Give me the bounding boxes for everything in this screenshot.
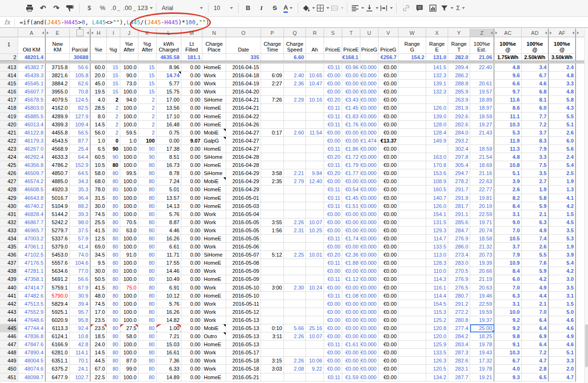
cell-AC420[interactable]: 10.3: [494, 121, 522, 129]
column-header-AC[interactable]: AC: [494, 29, 522, 37]
cell-Q448[interactable]: [284, 349, 306, 357]
cell-H419[interactable]: 8.0: [91, 113, 107, 121]
cell-X444[interactable]: 125.2: [426, 316, 448, 324]
cell-Y422[interactable]: 293.2: [448, 137, 470, 145]
row-header-423[interactable]: 423: [0, 145, 18, 153]
cell-P451[interactable]: [261, 373, 284, 382]
cell-A448[interactable]: 47890.4: [18, 349, 46, 357]
cell-A432[interactable]: 46867.7: [18, 218, 46, 227]
cell-S413[interactable]: €0.11: [324, 63, 342, 72]
cell-P442[interactable]: [261, 300, 284, 308]
cell-AD420[interactable]: 7.2: [522, 121, 549, 129]
hidden-columns-right-icon[interactable]: [47, 31, 49, 34]
cell-V418[interactable]: €0.00: [378, 104, 399, 112]
row-header-438[interactable]: 438: [0, 267, 18, 275]
cell-Z413[interactable]: 22.40: [470, 63, 494, 72]
cell-J435[interactable]: 100.0: [120, 243, 138, 251]
cell-V446[interactable]: €0.00: [378, 332, 399, 341]
cell-M418[interactable]: 0.00: [181, 104, 202, 112]
cell-V435[interactable]: €0.00: [378, 243, 399, 251]
cell-Q433[interactable]: 2.31: [284, 227, 306, 235]
cell-O439[interactable]: 2016-05-09: [226, 275, 261, 283]
cell-AF440[interactable]: 3.5: [549, 284, 576, 292]
cell-AC421[interactable]: 5.3: [494, 129, 522, 137]
row-header-416[interactable]: 416: [0, 88, 18, 96]
cell-P439[interactable]: [261, 275, 284, 283]
cell-X429[interactable]: 140.7: [426, 194, 448, 202]
row-header-442[interactable]: 442: [0, 300, 18, 308]
cell-U428[interactable]: €0.000: [360, 186, 378, 194]
cell-V438[interactable]: €0.00: [378, 267, 399, 275]
cell-Z451[interactable]: 19.21: [470, 373, 494, 382]
cell-G423[interactable]: 25.4: [70, 145, 91, 153]
cell-Z444[interactable]: 19.37: [470, 316, 494, 324]
cell-H428[interactable]: 78.0: [91, 186, 107, 194]
cell-AD449[interactable]: 4.7: [522, 357, 549, 365]
cell-V434[interactable]: €0.00: [378, 235, 399, 243]
cell-M438[interactable]: 0.00: [181, 267, 202, 275]
cell-X448[interactable]: 133.5: [426, 349, 448, 357]
cell-A415[interactable]: 45545.1: [18, 80, 46, 88]
row-header-415[interactable]: 415: [0, 80, 18, 88]
row-header-436[interactable]: 436: [0, 251, 18, 259]
cell-AF431[interactable]: 1.5: [549, 210, 576, 218]
row-header-449[interactable]: 449: [0, 357, 18, 365]
select-all-corner[interactable]: [0, 29, 18, 37]
cell-W448[interactable]: [399, 349, 426, 357]
total-cell-I[interactable]: [107, 54, 120, 61]
cell-V444[interactable]: €0.00: [378, 316, 399, 324]
cell-Q428[interactable]: [284, 186, 306, 194]
cell-P426[interactable]: 3:58: [261, 169, 284, 177]
cell-H413[interactable]: 60.0: [91, 63, 107, 72]
cell-H416[interactable]: 19.5: [91, 88, 107, 96]
cell-X435[interactable]: 133.5: [426, 243, 448, 251]
cell-T439[interactable]: €1.12: [342, 275, 360, 283]
cell-P414[interactable]: 6:09: [261, 72, 284, 80]
cell-K421[interactable]: 2: [138, 129, 157, 137]
cell-G416[interactable]: 70.8: [70, 88, 91, 96]
cell-AC444[interactable]: 9.2: [494, 316, 522, 324]
cell-E451[interactable]: 6477.9: [46, 373, 70, 382]
cell-Q446[interactable]: 2.26: [284, 332, 306, 341]
cell-P430[interactable]: [261, 202, 284, 210]
cell-R442[interactable]: [306, 300, 324, 308]
cell-U436[interactable]: €0.000: [360, 251, 378, 259]
cell-AF415[interactable]: 3.3: [549, 80, 576, 88]
cell-H446[interactable]: 18.5: [91, 332, 107, 341]
cell-U446[interactable]: €0.000: [360, 332, 378, 341]
cell-AD417[interactable]: 8.1: [522, 96, 549, 104]
cell-H445[interactable]: 23.5: [91, 324, 107, 332]
cell-N418[interactable]: HomeE: [202, 104, 226, 112]
cell-Y432[interactable]: 285.6: [448, 218, 470, 227]
cell-R421[interactable]: 11.54: [306, 129, 324, 137]
cell-G444[interactable]: 95.8: [70, 316, 91, 324]
cell-AC428[interactable]: 2.6: [494, 186, 522, 194]
cell-AF442[interactable]: 1.5: [549, 300, 576, 308]
cell-H437[interactable]: 9.5: [91, 259, 107, 267]
cell-G427[interactable]: 34.3: [70, 177, 91, 186]
cell-W445[interactable]: [399, 324, 426, 332]
cell-E432[interactable]: 5242.2: [46, 218, 70, 227]
cell-AC438[interactable]: 8.4: [494, 267, 522, 275]
cell-Q451[interactable]: [284, 373, 306, 382]
cell-W438[interactable]: [399, 267, 426, 275]
cell-V426[interactable]: €0.00: [378, 169, 399, 177]
cell-Z438[interactable]: 20.66: [470, 267, 494, 275]
cell-V413[interactable]: €0.00: [378, 63, 399, 72]
cell-Y429[interactable]: 291.9: [448, 194, 470, 202]
cell-W419[interactable]: [399, 113, 426, 121]
header-cell-AC[interactable]: 100%e @: [494, 37, 522, 54]
functions-button[interactable]: Σ: [454, 2, 467, 14]
column-header-R[interactable]: R: [306, 29, 324, 37]
cell-T414[interactable]: €0.00: [342, 72, 360, 80]
borders-button[interactable]: [316, 2, 329, 14]
cell-M420[interactable]: 0.00: [181, 121, 202, 129]
cell-Z432[interactable]: 19.71: [470, 218, 494, 227]
cell-X413[interactable]: 141.5: [426, 63, 448, 72]
cell-X450[interactable]: 120.5: [426, 365, 448, 373]
cell-L428[interactable]: 5.01: [157, 186, 181, 194]
cell-I424[interactable]: 90: [107, 153, 120, 161]
format-percent-button[interactable]: %: [96, 2, 109, 14]
cell-A429[interactable]: 46643.8: [18, 194, 46, 202]
cell-G448[interactable]: 114.1: [70, 349, 91, 357]
